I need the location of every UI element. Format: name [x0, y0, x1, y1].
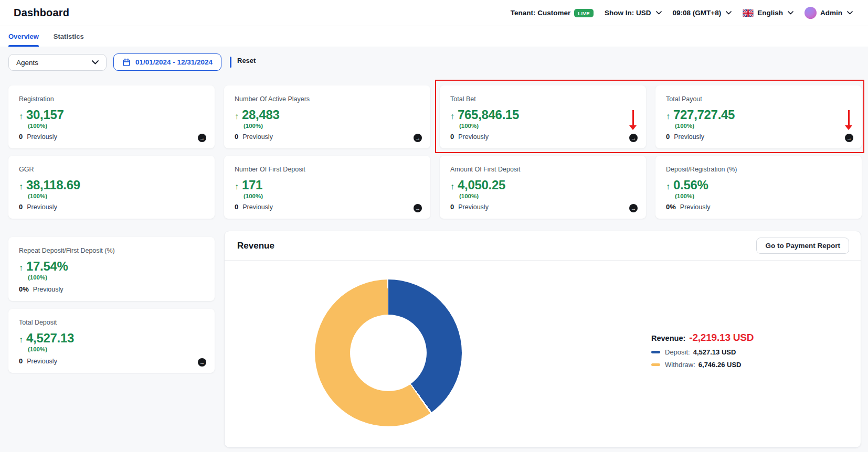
card-title: Amount Of First Deposit [450, 166, 636, 173]
arrow-right-icon: → [415, 205, 421, 211]
arrow-right-circle-button[interactable]: → [414, 134, 422, 142]
arrow-right-icon: → [846, 135, 852, 141]
revenue-total-line: Revenue: -2,219.13 USD [651, 332, 754, 343]
card-value: 765,846.15 [458, 107, 519, 122]
live-badge: LIVE [574, 9, 594, 17]
arrow-right-circle-button[interactable]: → [198, 358, 206, 367]
card-title: Registration [19, 95, 204, 103]
card-percent: (100%) [28, 274, 204, 281]
currency-label: Show In: USD [605, 9, 651, 17]
card-percent: (100%) [675, 123, 851, 129]
previous-label: Previously [458, 133, 489, 141]
legend-value: 6,746.26 USD [698, 361, 742, 369]
card-value: 171 [242, 178, 262, 192]
card-title: Total Deposit [19, 319, 204, 326]
legend-item-withdraw: Withdraw: 6,746.26 USD [651, 361, 754, 369]
card-percent: (100%) [459, 193, 636, 199]
stat-card-registration: Registration ↑30,157 (100%) 0Previously … [8, 85, 215, 148]
currency-dropdown[interactable]: Show In: USD [605, 9, 662, 17]
legend-label: Withdraw: [665, 361, 695, 369]
up-trend-icon: ↑ [19, 335, 23, 345]
tenant-label: Tenant: Customer [511, 9, 571, 17]
go-to-payment-report-button[interactable]: Go to Payment Report [756, 238, 849, 254]
previous-label: Previously [680, 203, 711, 211]
previous-label: Previously [242, 203, 273, 211]
stat-card-amount-first-deposit: Amount Of First Deposit ↑4,050.25 (100%)… [440, 156, 646, 219]
agents-select[interactable]: Agents [8, 54, 107, 71]
previous-value: 0% [19, 285, 29, 293]
up-trend-icon: ↑ [666, 182, 670, 191]
card-value: 28,483 [242, 107, 280, 122]
card-value: 30,157 [26, 107, 64, 122]
previous-label: Previously [27, 358, 57, 365]
up-trend-icon: ↑ [235, 182, 239, 191]
calendar-icon [122, 58, 131, 67]
up-trend-icon: ↑ [19, 263, 23, 273]
previous-value: 0 [235, 203, 238, 211]
reset-button[interactable]: Reset [237, 57, 256, 64]
language-label: English [757, 9, 783, 17]
card-percent: (100%) [28, 193, 204, 199]
card-value: 4,050.25 [458, 178, 505, 192]
up-trend-icon: ↑ [19, 182, 23, 191]
previous-value: 0 [450, 203, 454, 211]
agents-select-label: Agents [16, 59, 38, 67]
chevron-down-icon [788, 11, 793, 15]
tab-overview[interactable]: Overview [8, 26, 39, 47]
previous-value: 0 [19, 357, 23, 365]
stat-card-active-players: Number Of Active Players ↑28,483 (100%) … [224, 85, 430, 148]
tab-statistics[interactable]: Statistics [54, 26, 84, 47]
previous-value: 0 [666, 133, 670, 141]
previous-value: 0% [666, 203, 676, 211]
language-dropdown[interactable]: English [743, 9, 793, 17]
filter-divider [230, 57, 231, 68]
card-percent: (100%) [244, 123, 420, 129]
withdraw-swatch-icon [651, 363, 660, 366]
revenue-legend: Revenue: -2,219.13 USD Deposit: 4,527.13… [651, 332, 754, 369]
revenue-total-label: Revenue: [651, 334, 685, 342]
arrow-right-icon: → [199, 359, 205, 365]
card-title: Number Of Active Players [235, 95, 420, 103]
date-range-value: 01/01/2024 - 12/31/2024 [135, 58, 213, 66]
legend-label: Deposit: [665, 348, 690, 356]
up-trend-icon: ↑ [19, 112, 23, 121]
previous-label: Previously [27, 133, 57, 141]
card-percent: (100%) [28, 123, 204, 129]
avatar [805, 7, 817, 19]
previous-label: Previously [458, 203, 489, 211]
card-title: Repeat Deposit/First Deposit (%) [19, 247, 204, 254]
arrow-right-icon: → [199, 135, 205, 141]
card-title: Number Of First Deposit [235, 166, 420, 173]
previous-label: Previously [242, 133, 273, 141]
revenue-total-value: -2,219.13 USD [689, 332, 754, 343]
tab-bar: Overview Statistics [0, 26, 868, 47]
previous-label: Previously [27, 203, 57, 211]
card-title: GGR [19, 166, 204, 173]
user-menu[interactable]: Admin [805, 7, 853, 19]
card-title: Total Payout [666, 95, 851, 103]
revenue-donut-chart [315, 279, 462, 426]
stat-card-total-payout: Total Payout ↑727,727.45 (100%) 0Previou… [655, 85, 862, 148]
stat-card-repeat-deposit: Repeat Deposit/First Deposit (%) ↑17.54%… [8, 237, 215, 301]
arrow-right-circle-button[interactable]: → [845, 134, 853, 142]
stat-card-total-deposit: Total Deposit ↑4,527.13 (100%) 0Previous… [8, 309, 215, 373]
card-value: 38,118.69 [26, 178, 80, 192]
arrow-right-icon: → [415, 135, 421, 141]
up-trend-icon: ↑ [450, 182, 454, 191]
date-range-picker[interactable]: 01/01/2024 - 12/31/2024 [113, 53, 221, 71]
revenue-panel-header: Revenue Go to Payment Report [225, 231, 861, 261]
arrow-right-circle-button[interactable]: → [198, 134, 206, 142]
revenue-title: Revenue [237, 241, 274, 251]
legend-value: 4,527.13 USD [693, 348, 736, 356]
stat-card-ggr: GGR ↑38,118.69 (100%) 0Previously [8, 156, 215, 219]
timezone-dropdown[interactable]: 09:08 (GMT+8) [673, 9, 732, 17]
uk-flag-icon [743, 9, 754, 17]
arrow-right-circle-button[interactable]: → [629, 134, 638, 142]
stat-card-deposit-registration: Deposit/Registration (%) ↑0.56% (100%) 0… [655, 156, 862, 219]
arrow-right-circle-button[interactable]: → [629, 204, 638, 212]
stat-card-total-bet: Total Bet ↑765,846.15 (100%) 0Previously… [440, 85, 646, 148]
previous-label: Previously [33, 286, 63, 293]
card-value: 727,727.45 [673, 107, 735, 122]
chevron-down-icon [847, 11, 853, 15]
arrow-right-circle-button[interactable]: → [414, 204, 422, 212]
